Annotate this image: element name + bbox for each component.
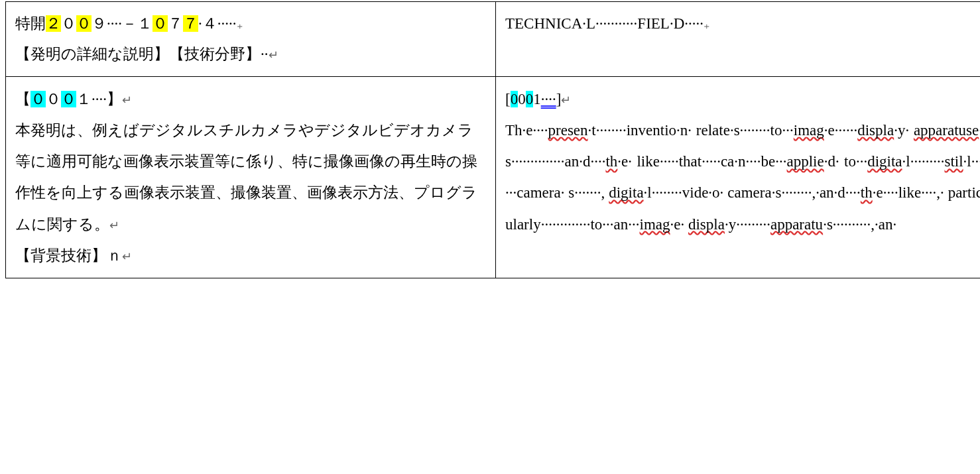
spellcheck-word: displa bbox=[857, 122, 894, 139]
d: ··· bbox=[775, 153, 786, 170]
d: · bbox=[940, 184, 944, 201]
txt: ９ bbox=[92, 15, 107, 32]
d: ····· bbox=[702, 153, 721, 170]
txt: ４ bbox=[202, 15, 217, 32]
bracket-open: [ bbox=[505, 91, 511, 107]
spellcheck-word: applie bbox=[787, 153, 824, 170]
highlight-c-1: ０ bbox=[31, 91, 46, 107]
d: ········· bbox=[910, 153, 945, 170]
txt: d bbox=[837, 184, 845, 201]
spellcheck-word: th bbox=[861, 184, 873, 201]
d: ··· bbox=[782, 122, 794, 139]
dash: － bbox=[122, 15, 137, 32]
para-mark: ↵ bbox=[122, 250, 132, 263]
d: ············· bbox=[541, 216, 591, 233]
txt: d bbox=[583, 153, 591, 170]
txt: n bbox=[738, 153, 746, 170]
txt: s bbox=[505, 153, 511, 170]
txt: e bbox=[877, 184, 883, 201]
jp-background-heading: 【背景技術】ｎ↵ bbox=[15, 240, 486, 271]
txt: 【背景技術】ｎ bbox=[15, 247, 122, 264]
spellcheck-word: digita bbox=[867, 153, 902, 170]
d: ···· bbox=[746, 153, 761, 170]
d: · bbox=[893, 216, 897, 233]
spellcheck-word: apparatu bbox=[770, 216, 823, 233]
body-row: 【０００１····】↵ 本発明は、例えばデジタルスチルカメラやデジタルビデオカメ… bbox=[6, 77, 981, 278]
d: ········· bbox=[736, 216, 770, 233]
txt: s bbox=[734, 122, 740, 139]
para-mark: ↵ bbox=[269, 48, 278, 62]
jp-para-number-line: 【０００１····】↵ bbox=[15, 84, 486, 115]
txt: L bbox=[586, 15, 595, 32]
d: ···· bbox=[590, 153, 605, 170]
txt: １ bbox=[137, 15, 153, 32]
d: · bbox=[688, 122, 692, 139]
d: · bbox=[561, 184, 565, 201]
txt: an bbox=[614, 216, 629, 233]
formatting-dots: ···· bbox=[107, 15, 122, 32]
header-row: 特開２００９····－１０７７·４·····₊ 【発明の詳細な説明】【技術分野】… bbox=[6, 2, 981, 77]
para-mark: ₊ bbox=[704, 18, 710, 31]
en-para-number-line: [0001····]↵ bbox=[505, 84, 980, 115]
txt: e bbox=[526, 122, 532, 139]
para-mark: ↵ bbox=[561, 93, 571, 107]
d: ········ bbox=[652, 184, 682, 201]
txt: vide bbox=[682, 184, 709, 201]
highlight-c-3: 0 bbox=[511, 91, 519, 107]
txt: 0 bbox=[518, 91, 526, 107]
d: ···· bbox=[845, 184, 861, 201]
spellcheck-word: imag bbox=[640, 216, 670, 233]
header-cell-jp: 特開２００９····－１０７７·４·····₊ 【発明の詳細な説明】【技術分野】… bbox=[6, 2, 496, 77]
bracket-close: 】 bbox=[107, 91, 122, 107]
txt: inventio bbox=[627, 122, 676, 139]
spellcheck-word: apparatuse bbox=[914, 122, 979, 139]
spellcheck-word: digita bbox=[609, 184, 643, 201]
txt: ca bbox=[721, 153, 734, 170]
en-section-heading-line: TECHNICA·L···········FIEL·D·····₊ bbox=[505, 9, 980, 39]
d: ·············· bbox=[511, 153, 565, 170]
para-mark: ↵ bbox=[109, 219, 119, 232]
spellcheck-word: imag bbox=[794, 122, 824, 139]
d: ··· bbox=[602, 216, 613, 233]
txt: y bbox=[729, 216, 737, 233]
txt: FIEL bbox=[637, 15, 670, 32]
formatting-dots: ····· bbox=[684, 15, 704, 32]
txt: to bbox=[844, 153, 856, 170]
txt: TECHNICA bbox=[505, 15, 582, 32]
txt: ０ bbox=[61, 15, 76, 32]
formatting-dots: ···· bbox=[92, 91, 107, 107]
body-cell-jp: 【０００１····】↵ 本発明は、例えばデジタルスチルカメラやデジタルビデオカメ… bbox=[6, 77, 496, 278]
para-mark: ₊ bbox=[237, 18, 243, 31]
formatting-dots: ···· bbox=[541, 91, 556, 107]
formatting-dots: ·· bbox=[261, 46, 269, 62]
spellcheck-word: stil bbox=[944, 153, 963, 170]
txt: to bbox=[590, 216, 602, 233]
d: ········ bbox=[781, 184, 812, 201]
txt: camera bbox=[727, 184, 771, 201]
en-body-text: Th·e····presen·t········inventio·n· rela… bbox=[505, 115, 980, 240]
d: · bbox=[680, 216, 684, 233]
txt: ０ bbox=[46, 91, 61, 107]
txt: s bbox=[568, 184, 574, 201]
d: ·········· bbox=[833, 216, 871, 233]
d: · bbox=[905, 122, 909, 139]
txt: an bbox=[820, 184, 834, 201]
txt: e bbox=[621, 153, 628, 170]
txt: y bbox=[898, 122, 906, 139]
document-table: 特開２００９····－１０７７·４·····₊ 【発明の詳細な説明】【技術分野】… bbox=[5, 1, 980, 278]
txt: to bbox=[770, 122, 782, 139]
highlight-y-2: ０ bbox=[76, 15, 92, 32]
d: ··· bbox=[628, 216, 639, 233]
d: · bbox=[720, 184, 724, 201]
spellcheck-word: presen bbox=[548, 122, 588, 139]
jp-pub-number-line: 特開２００９····－１０７７·４·····₊ bbox=[15, 9, 486, 39]
txt: e bbox=[674, 216, 680, 233]
d: ···· bbox=[883, 184, 898, 201]
formatting-dots: ····· bbox=[217, 15, 237, 32]
d: ···· bbox=[533, 122, 548, 139]
spellcheck-word: displa bbox=[688, 216, 725, 233]
txt: like bbox=[637, 153, 660, 170]
highlight-c-4: 0 bbox=[526, 91, 534, 107]
txt: camera bbox=[517, 184, 560, 201]
para-mark: ↵ bbox=[122, 93, 132, 107]
